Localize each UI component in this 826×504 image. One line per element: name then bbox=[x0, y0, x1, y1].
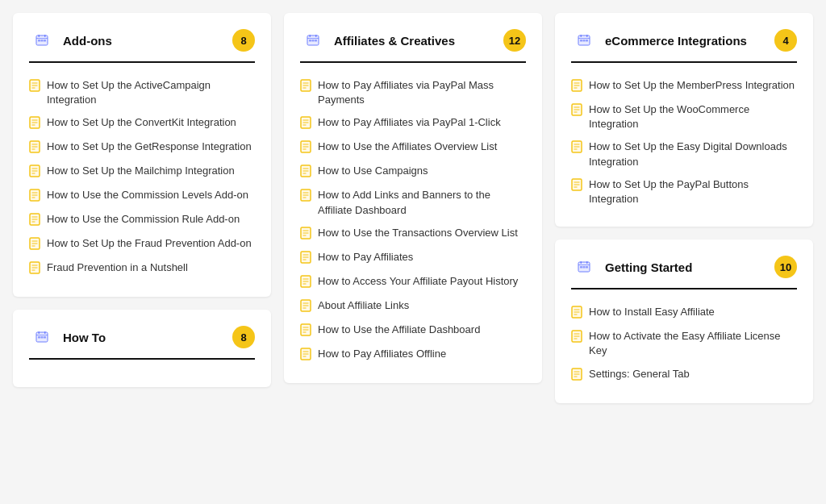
column-0: Add-ons8 How to Set Up the ActiveCampaig… bbox=[13, 13, 271, 403]
document-icon bbox=[300, 140, 311, 156]
card-title: eCommerce Integrations bbox=[605, 34, 747, 48]
list-item[interactable]: How to Install Easy Affiliate bbox=[571, 301, 797, 325]
list-item-text: How to Set Up the WooCommerce Integratio… bbox=[589, 102, 797, 131]
document-icon bbox=[29, 261, 40, 277]
svg-rect-101 bbox=[583, 40, 586, 42]
card-ecommerce: eCommerce Integrations4 How to Set Up th… bbox=[555, 13, 813, 227]
list-item[interactable]: How to Use the Transactions Overview Lis… bbox=[300, 222, 526, 246]
svg-rect-123 bbox=[580, 266, 582, 269]
list-item-text: How to Use the Commission Rule Add-on bbox=[47, 212, 240, 227]
list-item[interactable]: How to Set Up the GetResponse Integratio… bbox=[29, 135, 255, 160]
document-icon bbox=[300, 323, 311, 339]
document-icon bbox=[29, 237, 40, 252]
svg-rect-44 bbox=[44, 336, 46, 339]
document-icon bbox=[571, 103, 582, 119]
category-icon bbox=[571, 27, 597, 53]
list-item[interactable]: How to Pay Affiliates Offline bbox=[300, 343, 526, 367]
list-item-text: How to Use the Transactions Overview Lis… bbox=[318, 226, 518, 240]
list-item-text: How to Set Up the Easy Digital Downloads… bbox=[589, 140, 797, 169]
document-icon bbox=[300, 165, 311, 180]
card-howto: How To8 bbox=[13, 310, 271, 387]
list-item-text: Fraud Prevention in a Nutshell bbox=[47, 260, 188, 275]
list-item[interactable]: How to Activate the Easy Affiliate Licen… bbox=[571, 325, 797, 362]
list-item-text: How to Set Up the Fraud Prevention Add-o… bbox=[47, 236, 252, 251]
category-icon bbox=[29, 324, 55, 350]
svg-rect-122 bbox=[586, 261, 588, 264]
list-item-text: How to Set Up the ConvertKit Integration bbox=[47, 115, 236, 130]
list-item[interactable]: How to Use the Affiliate Dashboard bbox=[300, 319, 526, 343]
card-divider bbox=[571, 288, 797, 289]
document-icon bbox=[300, 348, 311, 363]
svg-rect-102 bbox=[586, 40, 588, 42]
list-item-text: About Affiliate Links bbox=[318, 298, 409, 313]
document-icon bbox=[29, 79, 40, 94]
category-icon bbox=[300, 27, 326, 53]
list-item-text: How to Use the Affiliates Overview List bbox=[318, 140, 497, 154]
card-header-left-addons: Add-ons bbox=[29, 27, 112, 53]
svg-rect-1 bbox=[39, 35, 40, 37]
list-item[interactable]: Fraud Prevention in a Nutshell bbox=[29, 256, 255, 281]
svg-rect-47 bbox=[310, 35, 311, 37]
document-icon bbox=[300, 189, 311, 204]
list-item[interactable]: Settings: General Tab bbox=[571, 363, 797, 387]
list-item-text: How to Set Up the Mailchimp Integration bbox=[47, 164, 235, 178]
svg-rect-3 bbox=[38, 40, 40, 42]
list-item-text: How to Use Campaigns bbox=[318, 164, 428, 178]
list-item-text: How to Pay Affiliates bbox=[318, 250, 413, 264]
card-title: Getting Started bbox=[605, 260, 692, 274]
list-item[interactable]: How to Add Links and Banners to the Affi… bbox=[300, 184, 526, 221]
document-icon bbox=[29, 189, 40, 204]
list-item[interactable]: How to Set Up the PayPal Buttons Integra… bbox=[571, 173, 797, 210]
list-item-text: How to Access Your Affiliate Payout Hist… bbox=[318, 274, 518, 289]
svg-rect-98 bbox=[581, 35, 582, 37]
document-icon bbox=[571, 178, 582, 194]
list-item[interactable]: How to Pay Affiliates bbox=[300, 246, 526, 270]
list-item[interactable]: How to Pay Affiliates via PayPal Mass Pa… bbox=[300, 74, 526, 111]
card-count-badge: 8 bbox=[232, 326, 255, 348]
document-icon bbox=[571, 79, 582, 94]
list-item-text: How to Add Links and Banners to the Affi… bbox=[318, 188, 526, 217]
card-count-badge: 12 bbox=[503, 29, 526, 52]
svg-rect-100 bbox=[580, 40, 582, 42]
card-count-badge: 4 bbox=[774, 29, 797, 52]
category-icon bbox=[29, 27, 55, 53]
card-count-badge: 8 bbox=[232, 29, 255, 52]
list-item[interactable]: How to Set Up the ActiveCampaign Integra… bbox=[29, 74, 255, 111]
svg-rect-49 bbox=[309, 40, 311, 42]
card-header-getting-started: Getting Started10 bbox=[571, 254, 797, 280]
list-item-text: How to Install Easy Affiliate bbox=[589, 305, 715, 319]
document-icon bbox=[300, 227, 311, 242]
column-1: Affiliates & Creatives12 How to Pay Affi… bbox=[284, 13, 542, 403]
card-header-left-howto: How To bbox=[29, 324, 106, 350]
svg-rect-125 bbox=[586, 266, 588, 269]
list-item-text: How to Pay Affiliates via PayPal 1-Click bbox=[318, 115, 501, 130]
list-item[interactable]: How to Set Up the MemberPress Integratio… bbox=[571, 74, 797, 98]
card-title: Affiliates & Creatives bbox=[334, 34, 455, 48]
list-item[interactable]: How to Pay Affiliates via PayPal 1-Click bbox=[300, 111, 526, 135]
svg-rect-121 bbox=[581, 261, 582, 264]
document-icon bbox=[571, 368, 582, 383]
list-item[interactable]: How to Use the Commission Levels Add-on bbox=[29, 184, 255, 208]
svg-rect-124 bbox=[583, 266, 586, 269]
list-item[interactable]: How to Use the Commission Rule Add-on bbox=[29, 208, 255, 232]
main-grid: Add-ons8 How to Set Up the ActiveCampaig… bbox=[13, 13, 813, 403]
list-item[interactable]: How to Set Up the Easy Digital Downloads… bbox=[571, 135, 797, 173]
list-item[interactable]: How to Set Up the WooCommerce Integratio… bbox=[571, 98, 797, 135]
card-getting-started: Getting Started10 How to Install Easy Af… bbox=[555, 240, 813, 402]
card-divider bbox=[29, 358, 255, 360]
list-item[interactable]: About Affiliate Links bbox=[300, 294, 526, 319]
svg-rect-48 bbox=[315, 35, 317, 37]
list-item[interactable]: How to Access Your Affiliate Payout Hist… bbox=[300, 270, 526, 294]
list-item[interactable]: How to Set Up the ConvertKit Integration bbox=[29, 111, 255, 135]
list-item[interactable]: How to Set Up the Mailchimp Integration bbox=[29, 160, 255, 184]
document-icon bbox=[29, 116, 40, 131]
svg-rect-2 bbox=[44, 35, 46, 37]
svg-rect-40 bbox=[39, 331, 40, 334]
list-item[interactable]: How to Use Campaigns bbox=[300, 160, 526, 184]
svg-rect-41 bbox=[44, 331, 46, 334]
document-icon bbox=[300, 299, 311, 314]
card-affiliates: Affiliates & Creatives12 How to Pay Affi… bbox=[284, 13, 542, 383]
document-icon bbox=[571, 140, 582, 156]
list-item[interactable]: How to Use the Affiliates Overview List bbox=[300, 135, 526, 160]
list-item[interactable]: How to Set Up the Fraud Prevention Add-o… bbox=[29, 232, 255, 256]
